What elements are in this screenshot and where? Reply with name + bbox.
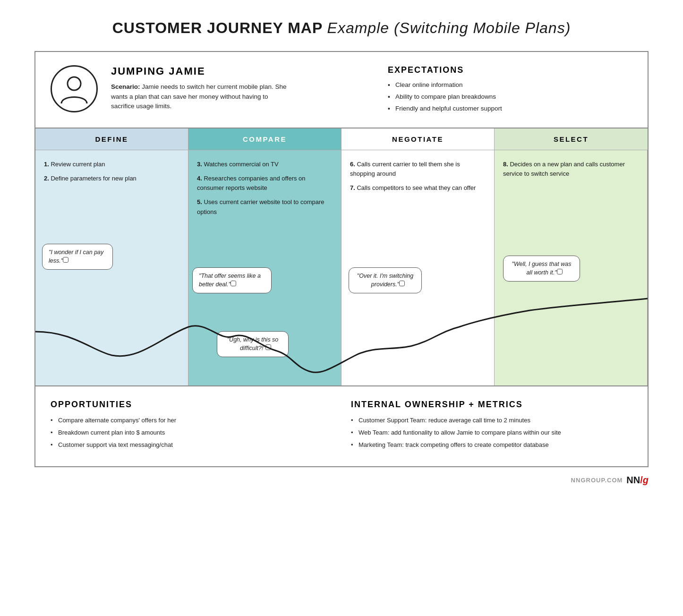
opportunity-item: Customer support via text messaging/chat: [51, 441, 332, 450]
ownership-item: Web Team: add funtionality to allow Jami…: [351, 428, 632, 437]
phase-col-negotiate: 6. Calls current carrier to tell them sh…: [342, 150, 495, 385]
phase-header-define: DEFINE: [35, 128, 188, 150]
footer-logo-nn: NN: [626, 475, 640, 486]
thought-bubble-negotiate: "Over it. I'm switching providers.": [349, 267, 422, 293]
opportunity-item: Breakdown current plan into $ amounts: [51, 428, 332, 437]
expectations-block: EXPECTATIONS Clear online information Ab…: [369, 65, 632, 116]
ownership-list: Customer Support Team: reduce average ca…: [351, 416, 632, 450]
phases-header-row: DEFINE COMPARE NEGOTIATE SELECT: [35, 128, 648, 150]
footer-logo: NN / g: [626, 475, 649, 486]
ownership-block: INTERNAL OWNERSHIP + METRICS Customer Su…: [351, 400, 632, 453]
ownership-item: Marketing Team: track competing offers t…: [351, 441, 632, 450]
persona-info: JUMPING JAMIE Scenario: Jamie needs to s…: [111, 65, 356, 111]
phase-header-compare: COMPARE: [188, 128, 342, 150]
page-title: CUSTOMER JOURNEY MAP Example (Switching …: [112, 19, 571, 37]
ownership-item: Customer Support Team: reduce average ca…: [351, 416, 632, 425]
persona-row: JUMPING JAMIE Scenario: Jamie needs to s…: [35, 52, 648, 128]
thought-bubble-define: "I wonder if I can pay less.": [42, 244, 113, 270]
phases-content-row: 1. Review current plan 2. Define paramet…: [35, 150, 648, 386]
expectation-item: Friendly and helpful customer support: [388, 104, 632, 113]
footer-logo-g: g: [643, 475, 649, 486]
persona-name: JUMPING JAMIE: [111, 65, 356, 77]
expectations-title: EXPECTATIONS: [388, 65, 632, 75]
expectation-item: Clear online information: [388, 81, 632, 90]
ownership-title: INTERNAL OWNERSHIP + METRICS: [351, 400, 632, 410]
phase-col-define: 1. Review current plan 2. Define paramet…: [35, 150, 188, 385]
opportunity-item: Compare alternate companys' offers for h…: [51, 416, 332, 425]
main-container: JUMPING JAMIE Scenario: Jamie needs to s…: [34, 51, 649, 467]
phase-col-compare: 3. Watches commercial on TV 4. Researche…: [188, 150, 342, 385]
thought-bubble-compare-1: "That offer seems like a better deal.": [192, 267, 272, 293]
thought-bubble-compare-2: "Ugh, why is this so difficult?!": [217, 331, 289, 357]
footer-site: NNGROUP.COM: [571, 477, 623, 484]
phase-actions-negotiate: 6. Calls current carrier to tell them sh…: [350, 160, 486, 193]
phase-actions-compare: 3. Watches commercial on TV 4. Researche…: [197, 160, 333, 217]
phase-header-select: SELECT: [495, 128, 648, 150]
svg-point-0: [68, 77, 81, 90]
expectations-list: Clear online information Ability to comp…: [388, 81, 632, 113]
footer: NNGROUP.COM NN / g: [34, 467, 649, 486]
opportunities-block: OPPORTUNITIES Compare alternate companys…: [51, 400, 332, 453]
thought-bubble-select: "Well, I guess that was all worth it.": [503, 256, 580, 282]
phase-header-negotiate: NEGOTIATE: [342, 128, 495, 150]
phase-col-select: 8. Decides on a new plan and calls custo…: [495, 150, 648, 385]
expectation-item: Ability to compare plan breakdowns: [388, 93, 632, 102]
bottom-section: OPPORTUNITIES Compare alternate companys…: [35, 386, 648, 466]
phase-actions-define: 1. Review current plan 2. Define paramet…: [44, 160, 179, 183]
phase-actions-select: 8. Decides on a new plan and calls custo…: [503, 160, 639, 179]
persona-scenario: Scenario: Jamie needs to switch her curr…: [111, 82, 290, 111]
opportunities-title: OPPORTUNITIES: [51, 400, 332, 410]
opportunities-list: Compare alternate companys' offers for h…: [51, 416, 332, 450]
avatar: [51, 65, 98, 112]
